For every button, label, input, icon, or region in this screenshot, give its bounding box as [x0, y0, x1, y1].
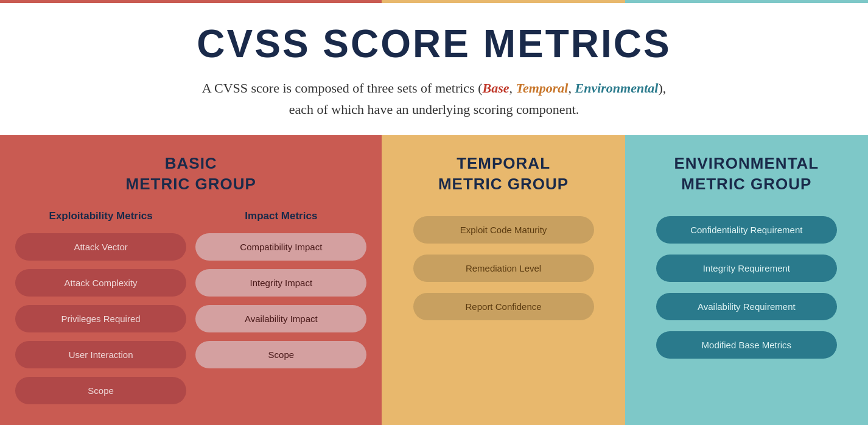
pill-integrity-requirement: Integrity Requirement — [656, 255, 837, 282]
exploitability-label: Exploitability Metrics — [49, 210, 153, 222]
col-basic: BASIC METRIC GROUP Exploitability Metric… — [0, 135, 382, 425]
impact-label: Impact Metrics — [245, 210, 317, 222]
environmental-label: Environmental — [575, 80, 658, 96]
impact-col: Impact Metrics Compatibility Impact Inte… — [195, 210, 366, 413]
temporal-label: Temporal — [516, 80, 568, 96]
pill-attack-complexity: Attack Complexity — [15, 269, 186, 297]
pill-remediation-level: Remediation Level — [413, 255, 594, 282]
col-environmental: ENVIRONMENTAL METRIC GROUP Confidentiali… — [625, 135, 868, 425]
pill-confidentiality-requirement: Confidentiality Requirement — [656, 216, 837, 244]
pill-integrity-impact: Integrity Impact — [195, 269, 366, 297]
subtitle-line2: each of which have an underlying scoring… — [289, 102, 579, 117]
basic-title: BASIC METRIC GROUP — [126, 153, 256, 195]
subtitle-before: A CVSS score is composed of three sets o… — [202, 80, 483, 96]
temporal-pills: Exploit Code Maturity Remediation Level … — [397, 216, 609, 331]
environmental-title: ENVIRONMENTAL METRIC GROUP — [674, 153, 819, 195]
pill-user-interaction: User Interaction — [15, 341, 186, 368]
pill-report-confidence: Report Confidence — [413, 293, 594, 320]
temporal-title: TEMPORAL METRIC GROUP — [438, 153, 569, 195]
page-title: CVSS SCORE METRICS — [12, 21, 856, 66]
basic-inner: Exploitability Metrics Attack Vector Att… — [15, 210, 366, 413]
base-label: Base — [482, 80, 509, 96]
pill-scope-impact: Scope — [195, 341, 366, 368]
pill-exploit-code-maturity: Exploit Code Maturity — [413, 216, 594, 244]
exploitability-col: Exploitability Metrics Attack Vector Att… — [15, 210, 186, 413]
pill-availability-requirement: Availability Requirement — [656, 293, 837, 320]
pill-modified-base-metrics: Modified Base Metrics — [656, 331, 837, 359]
pill-scope-exploit: Scope — [15, 377, 186, 404]
pill-attack-vector: Attack Vector — [15, 233, 186, 261]
subtitle-after: ), — [658, 80, 666, 96]
col-temporal: TEMPORAL METRIC GROUP Exploit Code Matur… — [382, 135, 625, 425]
pill-availability-impact: Availability Impact — [195, 305, 366, 332]
comma2: , — [568, 80, 575, 96]
header-section: CVSS SCORE METRICS A CVSS score is compo… — [0, 3, 868, 135]
columns-container: BASIC METRIC GROUP Exploitability Metric… — [0, 135, 868, 425]
comma1: , — [509, 80, 516, 96]
environmental-pills: Confidentiality Requirement Integrity Re… — [640, 216, 853, 370]
pill-compatibility-impact: Compatibility Impact — [195, 233, 366, 261]
pill-privileges-required: Privileges Required — [15, 305, 186, 332]
subtitle: A CVSS score is composed of three sets o… — [12, 77, 856, 120]
